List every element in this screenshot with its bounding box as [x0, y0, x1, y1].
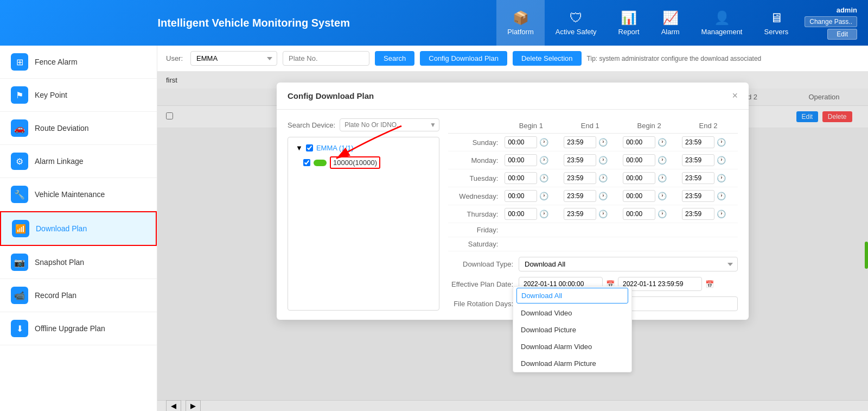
device-tree: ▼ EMMA (1/1) 10000(10000)	[288, 137, 439, 311]
sidebar-label-alarm-linkage: Alarm Linkage	[35, 157, 84, 166]
clock-icon-0-1[interactable]: 🕐	[598, 138, 608, 147]
time-input-1-2[interactable]	[623, 154, 655, 166]
content-area: first Begin 1 End 1 Begin 2 End 2 Operat…	[157, 72, 868, 411]
header-nav: 📦 Platform 🛡 Active Safety 📊 Report 📈 Al…	[496, 0, 799, 46]
time-input-2-3[interactable]	[682, 172, 714, 184]
clock-icon-0-0[interactable]: 🕐	[539, 138, 548, 147]
dropdown-item-download-alarm-picture[interactable]: Download Alarm Picture	[513, 355, 631, 372]
alarm-linkage-icon: ⚙	[11, 153, 28, 170]
time-input-0-1[interactable]	[564, 136, 596, 148]
clock-icon-4-0[interactable]: 🕐	[539, 210, 548, 218]
nav-alarm[interactable]: 📈 Alarm	[650, 0, 691, 46]
sidebar-label-key-point: Key Point	[35, 91, 67, 99]
sidebar-item-record-plan[interactable]: 📹 Record Plan	[0, 279, 157, 312]
time-cell-5-0	[501, 223, 560, 237]
user-select[interactable]: EMMA	[190, 51, 277, 66]
delete-selection-button[interactable]: Delete Selection	[513, 51, 582, 66]
sidebar-item-fence-alarm[interactable]: ⊞ Fence Alarm	[0, 46, 157, 79]
time-input-4-1[interactable]	[564, 208, 596, 220]
group-label: EMMA (1/1)	[316, 144, 354, 152]
time-input-0-0[interactable]	[505, 136, 537, 148]
clock-icon-0-3[interactable]: 🕐	[717, 138, 726, 147]
change-password-button[interactable]: Change Pass..	[805, 16, 857, 27]
dropdown-item-download-all[interactable]: Download All	[516, 288, 628, 303]
clock-icon-0-2[interactable]: 🕐	[658, 138, 667, 147]
plate-input[interactable]	[283, 51, 369, 66]
clock-icon-3-2[interactable]: 🕐	[658, 192, 667, 200]
sidebar-item-route-deviation[interactable]: 🚗 Route Deviation	[0, 112, 157, 145]
time-input-4-3[interactable]	[682, 208, 714, 220]
clock-icon-2-0[interactable]: 🕐	[539, 174, 548, 182]
edit-button[interactable]: Edit	[827, 29, 857, 40]
calendar-end-icon[interactable]: 📅	[705, 280, 714, 288]
begin1-col-header: Begin 1	[501, 118, 560, 134]
clock-icon-2-1[interactable]: 🕐	[598, 174, 608, 182]
time-cell-6-0	[501, 237, 560, 251]
clock-icon-1-2[interactable]: 🕐	[658, 156, 667, 165]
tree-group-header[interactable]: ▼ EMMA (1/1)	[292, 142, 435, 154]
time-cell-1-0: 🕐	[501, 151, 560, 169]
nav-report[interactable]: 📊 Report	[608, 0, 650, 46]
dropdown-item-download-picture[interactable]: Download Picture	[513, 321, 631, 338]
nav-active-safety[interactable]: 🛡 Active Safety	[545, 0, 608, 46]
clock-icon-2-3[interactable]: 🕐	[717, 174, 726, 182]
management-icon: 👤	[714, 10, 730, 26]
time-input-4-2[interactable]	[623, 208, 655, 220]
clock-icon-3-1[interactable]: 🕐	[598, 192, 608, 200]
report-icon: 📊	[621, 10, 637, 26]
device-search-input[interactable]	[340, 118, 439, 131]
clock-icon-4-3[interactable]: 🕐	[717, 210, 726, 218]
sidebar-item-offline-upgrade[interactable]: ⬇ Offline Upgrade Plan	[0, 312, 157, 345]
dropdown-toggle-icon[interactable]: ▼	[430, 121, 436, 129]
time-input-2-1[interactable]	[564, 172, 596, 184]
record-plan-icon: 📹	[11, 287, 28, 304]
time-input-3-1[interactable]	[564, 190, 596, 202]
download-type-select[interactable]: Download All Download Video Download Pic…	[519, 257, 738, 271]
time-input-0-2[interactable]	[623, 136, 655, 148]
app-title: Intelligent Vehicle Monitoring System	[11, 17, 496, 29]
time-input-3-2[interactable]	[623, 190, 655, 202]
clock-icon-2-2[interactable]: 🕐	[658, 174, 667, 182]
search-button[interactable]: Search	[375, 51, 414, 66]
config-download-plan-button[interactable]: Config Download Plan	[420, 51, 507, 66]
time-input-3-3[interactable]	[682, 190, 714, 202]
sidebar-item-key-point[interactable]: ⚑ Key Point	[0, 79, 157, 112]
dropdown-item-download-alarm-video[interactable]: Download Alarm Video	[513, 338, 631, 355]
tree-item[interactable]: 10000(10000)	[292, 154, 435, 171]
clock-icon-4-1[interactable]: 🕐	[598, 210, 608, 218]
clock-icon-3-3[interactable]: 🕐	[717, 192, 726, 200]
group-checkbox[interactable]	[306, 144, 313, 151]
clock-icon-1-3[interactable]: 🕐	[717, 156, 726, 165]
time-input-1-1[interactable]	[564, 154, 596, 166]
clock-icon-1-1[interactable]: 🕐	[598, 156, 608, 165]
clock-icon-3-0[interactable]: 🕐	[539, 192, 548, 200]
time-input-1-0[interactable]	[505, 154, 537, 166]
modal-close-button[interactable]: ×	[732, 90, 738, 102]
time-input-0-3[interactable]	[682, 136, 714, 148]
sidebar-item-download-plan[interactable]: 📶 Download Plan	[0, 211, 157, 246]
nav-management[interactable]: 👤 Management	[691, 0, 754, 46]
clock-icon-4-2[interactable]: 🕐	[658, 210, 667, 218]
time-cell-2-2: 🕐	[620, 169, 679, 187]
device-status-dot	[314, 160, 327, 166]
day-label-0: Sunday:	[448, 134, 501, 151]
time-input-2-2[interactable]	[623, 172, 655, 184]
time-cell-1-1: 🕐	[560, 151, 620, 169]
sidebar-label-download-plan: Download Plan	[36, 224, 87, 233]
time-input-2-0[interactable]	[505, 172, 537, 184]
sidebar-item-snapshot-plan[interactable]: 📷 Snapshot Plan	[0, 246, 157, 279]
time-input-4-0[interactable]	[505, 208, 537, 220]
sidebar-label-snapshot-plan: Snapshot Plan	[35, 258, 84, 267]
nav-servers[interactable]: 🖥 Servers	[753, 0, 799, 46]
time-cell-2-0: 🕐	[501, 169, 560, 187]
sidebar-item-alarm-linkage[interactable]: ⚙ Alarm Linkage	[0, 145, 157, 178]
nav-platform[interactable]: 📦 Platform	[496, 0, 544, 46]
file-rotation-label: File Rotation Days:	[448, 300, 513, 308]
nav-management-label: Management	[701, 28, 743, 36]
time-input-3-0[interactable]	[505, 190, 537, 202]
dropdown-item-download-video[interactable]: Download Video	[513, 305, 631, 321]
item-checkbox[interactable]	[303, 159, 310, 166]
time-input-1-3[interactable]	[682, 154, 714, 166]
sidebar-item-vehicle-maintenance[interactable]: 🔧 Vehicle Maintenance	[0, 178, 157, 211]
clock-icon-1-0[interactable]: 🕐	[539, 156, 548, 165]
